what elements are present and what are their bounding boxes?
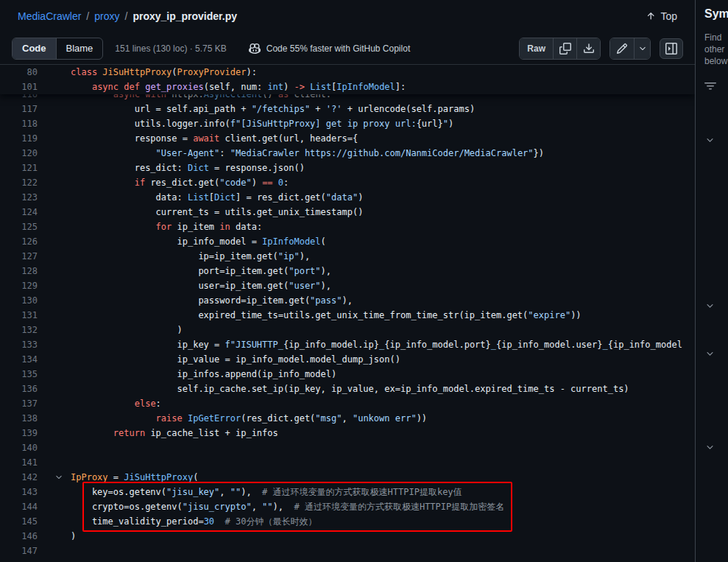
line-number[interactable]: 131 <box>0 308 47 323</box>
gutter <box>47 293 71 308</box>
code-line: 132 ) <box>0 323 695 337</box>
code-fold-chevron-icon[interactable] <box>47 470 71 485</box>
line-number[interactable]: 127 <box>0 249 47 264</box>
code-line: 125 for ip_item in data: <box>0 219 695 234</box>
copy-icon <box>559 43 571 55</box>
line-number[interactable]: 130 <box>0 293 47 308</box>
line-number[interactable]: 138 <box>0 411 47 426</box>
copy-button[interactable] <box>553 38 576 59</box>
line-number[interactable]: 133 <box>0 337 47 352</box>
gutter <box>47 264 71 278</box>
gutter <box>47 146 71 161</box>
code-text: IpProxy = JiSuHttpProxy( <box>71 470 695 485</box>
copilot-banner[interactable]: Code 55% faster with GitHub Copilot <box>249 43 410 55</box>
line-number[interactable]: 123 <box>0 190 47 205</box>
line-number[interactable]: 137 <box>0 396 47 411</box>
code-line: 146) <box>0 529 695 544</box>
gutter <box>47 382 71 396</box>
line-number[interactable]: 120 <box>0 146 47 161</box>
chevron-down-icon[interactable] <box>705 136 715 145</box>
code-line: 123 data: List[Dict] = res_dict.get("dat… <box>0 190 695 205</box>
line-number[interactable]: 144 <box>0 499 47 514</box>
gutter <box>47 249 71 264</box>
code-line: 147 <box>0 544 695 558</box>
line-number[interactable]: 141 <box>0 455 47 470</box>
code-line: 138 raise IpGetError(res_dict.get("msg",… <box>0 411 695 426</box>
line-number[interactable]: 117 <box>0 102 47 116</box>
copilot-icon <box>249 43 261 55</box>
code-text: async def get_proxies(self, num: int) ->… <box>71 80 695 94</box>
filter-icon[interactable] <box>704 80 716 92</box>
code-line: 134 ip_value = ip_info_model.model_dump_… <box>0 352 695 367</box>
code-line: 118 utils.logger.info(f"[JiSuHttpProxy] … <box>0 116 695 131</box>
line-number[interactable]: 125 <box>0 219 47 234</box>
gutter <box>47 499 71 514</box>
symbols-panel-title: Symbols <box>704 7 728 21</box>
code-lines: 116 async with httpx.AsyncClient() as cl… <box>0 87 695 558</box>
line-number[interactable]: 128 <box>0 264 47 278</box>
edit-button[interactable] <box>610 38 634 59</box>
line-number[interactable]: 129 <box>0 278 47 293</box>
edit-actions <box>609 38 651 60</box>
line-number[interactable]: 140 <box>0 440 47 455</box>
symbols-description-line: below <box>704 55 728 67</box>
code-line: 129 user=ip_item.get("user"), <box>0 278 695 293</box>
tab-code[interactable]: Code <box>13 38 56 59</box>
line-number[interactable]: 101 <box>0 80 47 94</box>
gutter <box>47 455 71 470</box>
line-number[interactable]: 145 <box>0 514 47 529</box>
code-blame-switcher: Code Blame <box>12 38 103 60</box>
scroll-to-top-button[interactable]: Top <box>640 7 683 25</box>
code-text: if res_dict.get("code") == 0: <box>71 175 695 190</box>
code-text: crypto=os.getenv("jisu_crypto", ""), # 通… <box>71 499 695 514</box>
line-number[interactable]: 121 <box>0 161 47 175</box>
line-number[interactable]: 143 <box>0 485 47 499</box>
line-number[interactable]: 136 <box>0 382 47 396</box>
code-line: 141 <box>0 455 695 470</box>
line-number[interactable]: 132 <box>0 323 47 337</box>
code-line: 120 "User-Agent": "MediaCrawler https://… <box>0 146 695 161</box>
line-number[interactable]: 126 <box>0 234 47 249</box>
gutter <box>47 514 71 529</box>
line-number[interactable]: 80 <box>0 65 47 80</box>
chevron-down-icon[interactable] <box>705 301 715 311</box>
code-text: time_validity_period=30 # 30分钟（最长时效） <box>71 514 695 529</box>
line-number[interactable]: 142 <box>0 470 47 485</box>
raw-button[interactable]: Raw <box>520 38 553 59</box>
line-number[interactable]: 124 <box>0 205 47 219</box>
breadcrumb-folder-link[interactable]: proxy <box>94 10 119 22</box>
gutter <box>47 337 71 352</box>
line-number[interactable]: 135 <box>0 367 47 382</box>
symbols-panel-description: Find other below <box>704 32 728 67</box>
gutter <box>47 323 71 337</box>
code-text: ip=ip_item.get("ip"), <box>71 249 695 264</box>
code-text: url = self.api_path + "/fetchips" + '?' … <box>71 102 695 116</box>
line-number[interactable]: 139 <box>0 426 47 440</box>
breadcrumb-filename: proxy_ip_provider.py <box>132 10 237 22</box>
gutter <box>47 80 71 94</box>
line-number[interactable]: 122 <box>0 175 47 190</box>
gutter <box>47 234 71 249</box>
line-number[interactable]: 147 <box>0 544 47 558</box>
line-number[interactable]: 134 <box>0 352 47 367</box>
tab-blame[interactable]: Blame <box>56 38 103 59</box>
code-line: 127 ip=ip_item.get("ip"), <box>0 249 695 264</box>
code-text: port=ip_item.get("port"), <box>71 264 695 278</box>
chevron-down-icon[interactable] <box>705 349 715 359</box>
chevron-down-icon[interactable] <box>705 443 715 452</box>
breadcrumb-separator: / <box>124 10 127 22</box>
line-number[interactable]: 146 <box>0 529 47 544</box>
code-line: 143 key=os.getenv("jisu_key", ""), # 通过环… <box>0 485 695 499</box>
breadcrumb-separator: / <box>86 10 89 22</box>
code-text: data: List[Dict] = res_dict.get("data") <box>71 190 695 205</box>
line-number[interactable]: 119 <box>0 131 47 146</box>
gutter <box>47 219 71 234</box>
code-text: password=ip_item.get("pass"), <box>71 293 695 308</box>
code-text <box>71 440 695 455</box>
breadcrumb-repo-link[interactable]: MediaCrawler <box>18 10 81 22</box>
download-button[interactable] <box>576 38 600 59</box>
symbols-panel-toggle-button[interactable] <box>660 38 683 59</box>
gutter <box>47 102 71 116</box>
edit-dropdown-button[interactable] <box>634 38 650 59</box>
line-number[interactable]: 118 <box>0 116 47 131</box>
